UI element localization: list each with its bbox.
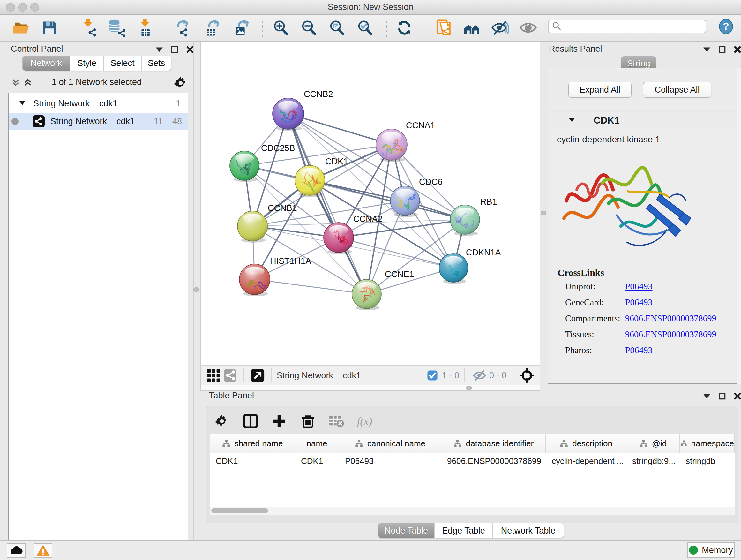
column-header--id[interactable]: @id [626,434,680,453]
protein-card-header[interactable]: CDK1 [548,112,737,130]
export-table-icon[interactable] [204,18,222,37]
function-builder-icon[interactable]: f(x) [356,412,375,431]
maximize-panel-icon[interactable] [718,392,726,401]
zoom-out-icon[interactable] [299,18,318,37]
table-cell[interactable]: stringdb:9... [626,456,680,466]
table-cell[interactable]: cyclin-dependent ... [546,456,626,466]
grid-view-icon[interactable] [205,367,222,384]
vertical-splitter-handle[interactable] [541,211,546,215]
crosslink-link[interactable]: P06493 [625,281,653,292]
column-header-shared-name[interactable]: shared name [210,434,295,453]
network-node[interactable]: CDC25B [230,143,295,182]
import-table-icon[interactable] [136,18,154,37]
network-edge[interactable] [288,114,367,294]
search-box[interactable] [548,20,706,33]
export-image-icon[interactable] [232,18,250,37]
network-node[interactable]: CCNA1 [376,121,435,162]
table-cell[interactable]: stringdb [680,456,735,466]
network-collection-row[interactable]: String Network – cdk1 1 [9,95,188,112]
memory-button[interactable]: Memory [687,543,735,558]
cloud-status-button[interactable] [7,543,26,558]
float-panel-icon[interactable] [703,46,711,54]
network-node[interactable]: CDKN1A [439,248,501,284]
zoom-fit-icon[interactable] [327,18,346,37]
table-row[interactable]: CDK1CDK1P064939606.ENSP00000378699cyclin… [210,453,735,469]
table-cell[interactable]: CDK1 [210,456,295,466]
splitter-handle[interactable] [466,386,472,390]
tab-network[interactable]: Network [23,56,70,71]
expand-all-button[interactable]: Expand All [568,82,631,98]
horizontal-splitter[interactable] [201,385,540,390]
close-panel-icon[interactable] [733,45,741,55]
network-edge[interactable] [339,238,454,268]
table-options-gear-icon[interactable] [212,412,231,431]
crosslink-link[interactable]: P06493 [625,297,653,307]
delete-table-icon[interactable] [327,412,346,431]
string-document-icon[interactable] [434,18,453,37]
scrollbar-thumb[interactable] [211,508,268,513]
column-header-name[interactable]: name [295,434,339,453]
network-node[interactable]: CDC6 [390,177,443,217]
crosslink-link[interactable]: 9606.ENSP00000378699 [625,329,716,339]
save-session-icon[interactable] [40,18,59,37]
results-scrollbar[interactable] [737,68,741,384]
hide-graphics-icon[interactable] [491,18,509,37]
network-node[interactable]: RB1 [450,197,497,236]
zoom-selected-icon[interactable] [355,18,374,37]
import-network-database-icon[interactable] [108,18,126,37]
table-cell[interactable]: 9606.ENSP00000378699 [441,456,546,466]
float-panel-icon[interactable] [703,393,711,401]
network-row[interactable]: String Network – cdk1 11 48 [9,113,188,130]
tab-edge-table[interactable]: Edge Table [434,523,493,538]
float-panel-icon[interactable] [155,46,163,54]
crosslink-link[interactable]: P06493 [625,345,653,355]
table-cell[interactable]: P06493 [339,456,441,466]
network-node[interactable]: CCNA2 [324,214,383,254]
zoom-in-icon[interactable] [271,18,290,37]
help-icon[interactable]: ? [718,18,734,35]
network-options-gear-icon[interactable] [174,76,188,91]
export-network-icon[interactable] [176,18,194,37]
maximize-panel-icon[interactable] [718,45,726,55]
show-graphics-icon[interactable] [519,18,537,37]
column-header-database-identifier[interactable]: database identifier [441,434,546,453]
network-node[interactable]: HIST1H1A [239,256,311,296]
tab-network-table[interactable]: Network Table [493,523,563,538]
fit-selected-crosshair-icon[interactable] [517,366,536,385]
warnings-button[interactable] [34,543,52,558]
tab-node-table[interactable]: Node Table [378,523,434,538]
column-header-canonical-name[interactable]: canonical name [339,434,441,453]
tab-select[interactable]: Select [104,56,142,71]
network-node[interactable]: CCNB1 [238,203,297,243]
network-edge[interactable] [288,114,392,145]
vertical-splitter-handle[interactable] [193,287,199,292]
import-network-icon[interactable] [80,18,98,37]
crosslink-link[interactable]: 9606.ENSP00000378699 [625,313,716,323]
network-canvas[interactable]: CCNB2CCNA1CDC25BCDK1CDC6RB1CCNB1CCNA2CDK… [201,42,540,365]
collapse-section-icon[interactable] [568,117,576,125]
column-header-namespace[interactable]: namespace [680,434,735,453]
table-cell[interactable]: CDK1 [295,456,339,466]
tab-sets[interactable]: Sets [142,56,171,71]
collapse-collection-icon[interactable] [18,99,26,109]
table-horizontal-scrollbar[interactable] [210,507,735,515]
tab-style[interactable]: Style [70,56,104,71]
detach-view-icon[interactable] [249,367,266,384]
open-file-icon[interactable] [12,18,30,37]
home-pair-icon[interactable] [463,18,481,37]
close-panel-icon[interactable] [186,45,194,55]
selected-checkbox-icon[interactable] [423,366,442,385]
collapse-all-button[interactable]: Collapse All [643,82,711,98]
network-overview-icon[interactable] [222,367,239,384]
delete-column-icon[interactable] [298,412,318,431]
network-node[interactable]: CCNE1 [352,269,414,310]
refresh-icon[interactable] [395,18,414,37]
network-edge[interactable] [255,279,367,294]
column-header-description[interactable]: description [546,434,626,453]
search-input[interactable] [561,21,697,32]
show-columns-icon[interactable] [241,412,260,431]
hidden-items-eye-icon[interactable] [470,366,489,385]
close-panel-icon[interactable] [733,392,741,401]
maximize-panel-icon[interactable] [171,45,179,55]
add-column-icon[interactable] [270,412,289,431]
